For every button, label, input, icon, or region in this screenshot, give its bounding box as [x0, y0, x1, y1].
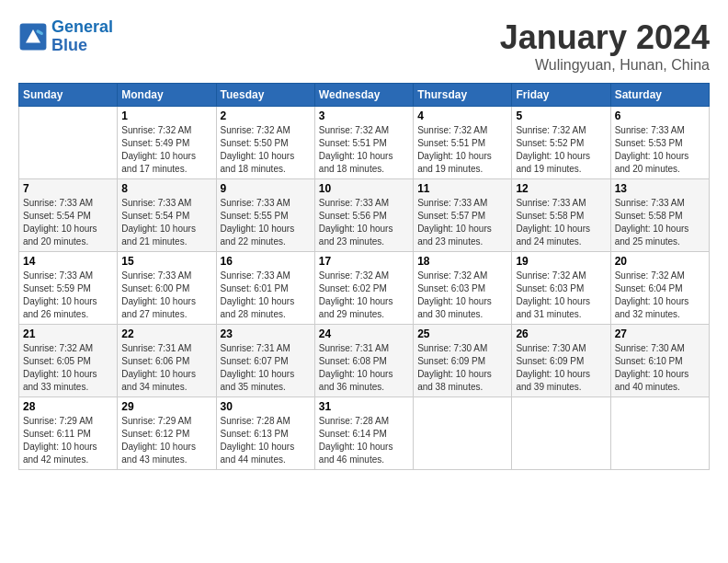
day-number: 2 — [221, 109, 311, 122]
day-number: 7 — [23, 182, 113, 195]
day-number: 11 — [417, 182, 507, 195]
calendar-cell: 10Sunrise: 7:33 AMSunset: 5:56 PMDayligh… — [314, 179, 413, 252]
day-info: Sunrise: 7:30 AMSunset: 6:10 PMDaylight:… — [615, 342, 705, 394]
day-number: 12 — [516, 182, 606, 195]
day-number: 17 — [319, 255, 409, 268]
calendar-week-row: 21Sunrise: 7:32 AMSunset: 6:05 PMDayligh… — [19, 325, 710, 397]
day-number: 26 — [516, 327, 606, 340]
day-number: 15 — [121, 255, 211, 268]
day-number: 23 — [221, 327, 311, 340]
calendar-cell: 1Sunrise: 7:32 AMSunset: 5:49 PMDaylight… — [118, 107, 216, 179]
calendar-cell: 2Sunrise: 7:32 AMSunset: 5:50 PMDaylight… — [216, 107, 314, 179]
day-info: Sunrise: 7:31 AMSunset: 6:07 PMDaylight:… — [221, 342, 311, 394]
day-info: Sunrise: 7:33 AMSunset: 5:54 PMDaylight:… — [121, 197, 211, 248]
calendar-cell: 6Sunrise: 7:33 AMSunset: 5:53 PMDaylight… — [610, 107, 709, 179]
day-info: Sunrise: 7:33 AMSunset: 5:53 PMDaylight:… — [615, 124, 705, 176]
day-info: Sunrise: 7:33 AMSunset: 5:56 PMDaylight:… — [319, 197, 409, 248]
day-of-week-header: Saturday — [610, 84, 709, 107]
calendar-cell: 7Sunrise: 7:33 AMSunset: 5:54 PMDaylight… — [19, 179, 118, 252]
day-info: Sunrise: 7:33 AMSunset: 6:00 PMDaylight:… — [121, 270, 211, 321]
day-number: 25 — [417, 327, 507, 340]
calendar-cell: 13Sunrise: 7:33 AMSunset: 5:58 PMDayligh… — [610, 179, 709, 252]
day-info: Sunrise: 7:29 AMSunset: 6:11 PMDaylight:… — [23, 415, 113, 466]
day-number: 22 — [121, 327, 211, 340]
page-header: General Blue January 2024 Wulingyuan, Hu… — [18, 18, 710, 74]
day-info: Sunrise: 7:32 AMSunset: 6:03 PMDaylight:… — [516, 270, 606, 321]
day-number: 9 — [221, 182, 311, 195]
day-number: 1 — [121, 109, 211, 122]
day-info: Sunrise: 7:32 AMSunset: 6:02 PMDaylight:… — [319, 270, 409, 321]
title-block: January 2024 Wulingyuan, Hunan, China — [500, 18, 710, 74]
calendar-cell — [512, 397, 610, 470]
day-number: 8 — [121, 182, 211, 195]
calendar-cell: 3Sunrise: 7:32 AMSunset: 5:51 PMDaylight… — [314, 107, 413, 179]
calendar-cell: 23Sunrise: 7:31 AMSunset: 6:07 PMDayligh… — [216, 325, 314, 397]
day-number: 29 — [121, 400, 211, 413]
calendar-cell: 24Sunrise: 7:31 AMSunset: 6:08 PMDayligh… — [314, 325, 413, 397]
logo-icon — [18, 22, 48, 52]
calendar-cell — [610, 397, 709, 470]
calendar-cell: 22Sunrise: 7:31 AMSunset: 6:06 PMDayligh… — [118, 325, 216, 397]
calendar-cell: 28Sunrise: 7:29 AMSunset: 6:11 PMDayligh… — [19, 397, 118, 470]
calendar-cell: 11Sunrise: 7:33 AMSunset: 5:57 PMDayligh… — [414, 179, 512, 252]
day-number: 13 — [615, 182, 705, 195]
calendar-cell: 17Sunrise: 7:32 AMSunset: 6:02 PMDayligh… — [314, 252, 413, 325]
calendar-cell: 12Sunrise: 7:33 AMSunset: 5:58 PMDayligh… — [512, 179, 610, 252]
day-number: 5 — [516, 109, 606, 122]
day-of-week-header: Friday — [512, 84, 610, 107]
calendar-cell — [19, 107, 118, 179]
logo-line2: Blue — [51, 36, 87, 54]
calendar-cell: 26Sunrise: 7:30 AMSunset: 6:09 PMDayligh… — [512, 325, 610, 397]
logo-text: General Blue — [51, 18, 113, 55]
calendar-cell: 15Sunrise: 7:33 AMSunset: 6:00 PMDayligh… — [118, 252, 216, 325]
location: Wulingyuan, Hunan, China — [500, 57, 710, 74]
calendar-cell: 9Sunrise: 7:33 AMSunset: 5:55 PMDaylight… — [216, 179, 314, 252]
day-info: Sunrise: 7:32 AMSunset: 5:51 PMDaylight:… — [417, 124, 507, 176]
day-of-week-header: Monday — [118, 84, 216, 107]
day-info: Sunrise: 7:33 AMSunset: 6:01 PMDaylight:… — [221, 270, 311, 321]
calendar-week-row: 28Sunrise: 7:29 AMSunset: 6:11 PMDayligh… — [19, 397, 710, 470]
calendar-cell: 25Sunrise: 7:30 AMSunset: 6:09 PMDayligh… — [414, 325, 512, 397]
day-number: 31 — [319, 400, 409, 413]
day-info: Sunrise: 7:33 AMSunset: 5:57 PMDaylight:… — [417, 197, 507, 248]
day-of-week-header: Sunday — [19, 84, 118, 107]
day-info: Sunrise: 7:28 AMSunset: 6:13 PMDaylight:… — [221, 415, 311, 466]
day-number: 21 — [23, 327, 113, 340]
logo: General Blue — [18, 18, 113, 55]
month-title: January 2024 — [500, 18, 710, 57]
day-of-week-header: Thursday — [414, 84, 512, 107]
calendar-cell: 29Sunrise: 7:29 AMSunset: 6:12 PMDayligh… — [118, 397, 216, 470]
calendar-cell: 18Sunrise: 7:32 AMSunset: 6:03 PMDayligh… — [414, 252, 512, 325]
calendar-week-row: 1Sunrise: 7:32 AMSunset: 5:49 PMDaylight… — [19, 107, 710, 179]
calendar-cell: 27Sunrise: 7:30 AMSunset: 6:10 PMDayligh… — [610, 325, 709, 397]
calendar-cell: 14Sunrise: 7:33 AMSunset: 5:59 PMDayligh… — [19, 252, 118, 325]
day-info: Sunrise: 7:32 AMSunset: 6:05 PMDaylight:… — [23, 342, 113, 394]
day-info: Sunrise: 7:33 AMSunset: 5:55 PMDaylight:… — [221, 197, 311, 248]
calendar-week-row: 7Sunrise: 7:33 AMSunset: 5:54 PMDaylight… — [19, 179, 710, 252]
day-number: 3 — [319, 109, 409, 122]
calendar-cell: 31Sunrise: 7:28 AMSunset: 6:14 PMDayligh… — [314, 397, 413, 470]
day-of-week-header: Tuesday — [216, 84, 314, 107]
calendar-cell: 5Sunrise: 7:32 AMSunset: 5:52 PMDaylight… — [512, 107, 610, 179]
day-info: Sunrise: 7:32 AMSunset: 6:04 PMDaylight:… — [615, 270, 705, 321]
day-number: 20 — [615, 255, 705, 268]
day-info: Sunrise: 7:29 AMSunset: 6:12 PMDaylight:… — [121, 415, 211, 466]
day-number: 28 — [23, 400, 113, 413]
day-info: Sunrise: 7:32 AMSunset: 5:51 PMDaylight:… — [319, 124, 409, 176]
calendar-cell: 30Sunrise: 7:28 AMSunset: 6:13 PMDayligh… — [216, 397, 314, 470]
day-of-week-header: Wednesday — [314, 84, 413, 107]
day-info: Sunrise: 7:28 AMSunset: 6:14 PMDaylight:… — [319, 415, 409, 466]
day-info: Sunrise: 7:33 AMSunset: 5:58 PMDaylight:… — [516, 197, 606, 248]
calendar-week-row: 14Sunrise: 7:33 AMSunset: 5:59 PMDayligh… — [19, 252, 710, 325]
day-info: Sunrise: 7:32 AMSunset: 5:50 PMDaylight:… — [221, 124, 311, 176]
calendar-cell: 4Sunrise: 7:32 AMSunset: 5:51 PMDaylight… — [414, 107, 512, 179]
calendar-cell: 21Sunrise: 7:32 AMSunset: 6:05 PMDayligh… — [19, 325, 118, 397]
day-info: Sunrise: 7:33 AMSunset: 5:58 PMDaylight:… — [615, 197, 705, 248]
calendar-table: SundayMondayTuesdayWednesdayThursdayFrid… — [18, 83, 710, 470]
day-number: 27 — [615, 327, 705, 340]
calendar-cell: 20Sunrise: 7:32 AMSunset: 6:04 PMDayligh… — [610, 252, 709, 325]
calendar-header-row: SundayMondayTuesdayWednesdayThursdayFrid… — [19, 84, 710, 107]
day-number: 30 — [221, 400, 311, 413]
day-info: Sunrise: 7:32 AMSunset: 5:49 PMDaylight:… — [121, 124, 211, 176]
calendar-cell: 16Sunrise: 7:33 AMSunset: 6:01 PMDayligh… — [216, 252, 314, 325]
